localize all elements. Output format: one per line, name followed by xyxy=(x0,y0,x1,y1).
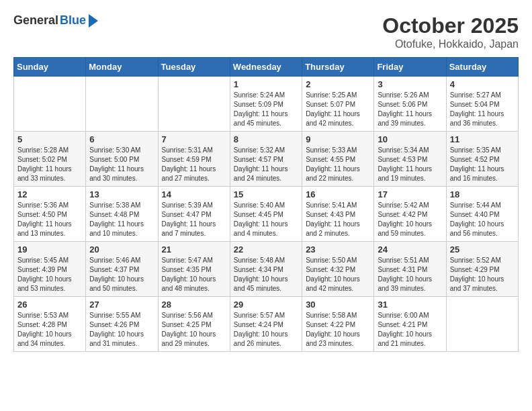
day-number: 8 xyxy=(234,134,298,144)
calendar-cell: 20Sunrise: 5:46 AM Sunset: 4:37 PM Dayli… xyxy=(86,242,158,297)
day-info: Sunrise: 6:00 AM Sunset: 4:21 PM Dayligh… xyxy=(378,311,442,349)
calendar-cell: 9Sunrise: 5:33 AM Sunset: 4:55 PM Daylig… xyxy=(302,132,374,187)
calendar-cell: 2Sunrise: 5:25 AM Sunset: 5:07 PM Daylig… xyxy=(302,77,374,132)
day-number: 29 xyxy=(234,300,298,310)
title-section: October 2025 Otofuke, Hokkaido, Japan xyxy=(382,13,519,50)
day-info: Sunrise: 5:47 AM Sunset: 4:35 PM Dayligh… xyxy=(162,256,226,293)
calendar-cell: 29Sunrise: 5:57 AM Sunset: 4:24 PM Dayli… xyxy=(230,297,302,352)
day-number: 25 xyxy=(450,244,515,255)
weekday-header-wednesday: Wednesday xyxy=(230,58,302,77)
calendar-cell: 16Sunrise: 5:41 AM Sunset: 4:43 PM Dayli… xyxy=(302,187,374,242)
day-number: 14 xyxy=(162,189,226,199)
day-number: 13 xyxy=(89,189,154,199)
calendar-cell: 6Sunrise: 5:30 AM Sunset: 5:00 PM Daylig… xyxy=(86,132,158,187)
logo-arrow-icon xyxy=(89,14,98,28)
day-info: Sunrise: 5:50 AM Sunset: 4:32 PM Dayligh… xyxy=(306,256,370,293)
day-number: 3 xyxy=(378,79,442,89)
day-number: 16 xyxy=(306,189,370,199)
day-number: 30 xyxy=(306,300,370,310)
day-number: 10 xyxy=(378,134,442,144)
day-info: Sunrise: 5:30 AM Sunset: 5:00 PM Dayligh… xyxy=(89,146,154,183)
day-number: 2 xyxy=(306,79,370,89)
day-number: 1 xyxy=(234,79,298,89)
calendar-cell: 26Sunrise: 5:53 AM Sunset: 4:28 PM Dayli… xyxy=(14,297,86,352)
day-info: Sunrise: 5:53 AM Sunset: 4:28 PM Dayligh… xyxy=(17,311,82,349)
day-number: 12 xyxy=(17,189,82,199)
day-number: 24 xyxy=(378,244,442,255)
day-info: Sunrise: 5:56 AM Sunset: 4:25 PM Dayligh… xyxy=(162,311,226,349)
day-info: Sunrise: 5:33 AM Sunset: 4:55 PM Dayligh… xyxy=(306,146,370,183)
calendar-cell xyxy=(14,77,86,132)
calendar-cell: 17Sunrise: 5:42 AM Sunset: 4:42 PM Dayli… xyxy=(374,187,446,242)
day-number: 21 xyxy=(162,244,226,255)
day-number: 19 xyxy=(17,244,82,255)
day-info: Sunrise: 5:57 AM Sunset: 4:24 PM Dayligh… xyxy=(234,311,298,349)
day-info: Sunrise: 5:32 AM Sunset: 4:57 PM Dayligh… xyxy=(234,146,298,183)
calendar-cell: 1Sunrise: 5:24 AM Sunset: 5:09 PM Daylig… xyxy=(230,77,302,132)
day-info: Sunrise: 5:34 AM Sunset: 4:53 PM Dayligh… xyxy=(378,146,442,183)
day-info: Sunrise: 5:28 AM Sunset: 5:02 PM Dayligh… xyxy=(17,146,82,183)
logo-general-text: General xyxy=(13,13,58,28)
day-number: 22 xyxy=(234,244,298,255)
day-info: Sunrise: 5:58 AM Sunset: 4:22 PM Dayligh… xyxy=(306,311,370,349)
day-info: Sunrise: 5:46 AM Sunset: 4:37 PM Dayligh… xyxy=(89,256,154,293)
weekday-header-monday: Monday xyxy=(86,58,158,77)
calendar-cell: 3Sunrise: 5:26 AM Sunset: 5:06 PM Daylig… xyxy=(374,77,446,132)
calendar-cell: 11Sunrise: 5:35 AM Sunset: 4:52 PM Dayli… xyxy=(446,132,518,187)
logo-blue-text: Blue xyxy=(60,13,86,28)
day-info: Sunrise: 5:48 AM Sunset: 4:34 PM Dayligh… xyxy=(234,256,298,293)
calendar-cell: 21Sunrise: 5:47 AM Sunset: 4:35 PM Dayli… xyxy=(158,242,230,297)
calendar-cell: 15Sunrise: 5:40 AM Sunset: 4:45 PM Dayli… xyxy=(230,187,302,242)
calendar-cell: 31Sunrise: 6:00 AM Sunset: 4:21 PM Dayli… xyxy=(374,297,446,352)
logo: General Blue xyxy=(13,13,98,28)
day-number: 17 xyxy=(378,189,442,199)
month-title: October 2025 xyxy=(382,13,519,38)
day-info: Sunrise: 5:55 AM Sunset: 4:26 PM Dayligh… xyxy=(89,311,154,349)
day-number: 20 xyxy=(89,244,154,255)
day-info: Sunrise: 5:38 AM Sunset: 4:48 PM Dayligh… xyxy=(89,201,154,238)
day-number: 27 xyxy=(89,300,154,310)
day-info: Sunrise: 5:26 AM Sunset: 5:06 PM Dayligh… xyxy=(378,91,442,128)
header: General Blue October 2025 Otofuke, Hokka… xyxy=(13,13,519,50)
day-info: Sunrise: 5:41 AM Sunset: 4:43 PM Dayligh… xyxy=(306,201,370,238)
calendar-cell: 4Sunrise: 5:27 AM Sunset: 5:04 PM Daylig… xyxy=(446,77,518,132)
calendar-cell: 18Sunrise: 5:44 AM Sunset: 4:40 PM Dayli… xyxy=(446,187,518,242)
day-info: Sunrise: 5:31 AM Sunset: 4:59 PM Dayligh… xyxy=(162,146,226,183)
calendar-cell: 24Sunrise: 5:51 AM Sunset: 4:31 PM Dayli… xyxy=(374,242,446,297)
day-info: Sunrise: 5:45 AM Sunset: 4:39 PM Dayligh… xyxy=(17,256,82,293)
day-number: 6 xyxy=(89,134,154,144)
calendar-cell: 5Sunrise: 5:28 AM Sunset: 5:02 PM Daylig… xyxy=(14,132,86,187)
weekday-header-friday: Friday xyxy=(374,58,446,77)
calendar-cell xyxy=(158,77,230,132)
calendar-cell: 10Sunrise: 5:34 AM Sunset: 4:53 PM Dayli… xyxy=(374,132,446,187)
calendar-cell xyxy=(86,77,158,132)
day-number: 5 xyxy=(17,134,82,144)
day-info: Sunrise: 5:36 AM Sunset: 4:50 PM Dayligh… xyxy=(17,201,82,238)
calendar-cell: 22Sunrise: 5:48 AM Sunset: 4:34 PM Dayli… xyxy=(230,242,302,297)
calendar-cell xyxy=(446,297,518,352)
calendar-cell: 28Sunrise: 5:56 AM Sunset: 4:25 PM Dayli… xyxy=(158,297,230,352)
day-number: 26 xyxy=(17,300,82,310)
day-number: 9 xyxy=(306,134,370,144)
weekday-header-tuesday: Tuesday xyxy=(158,58,230,77)
week-row-3: 12Sunrise: 5:36 AM Sunset: 4:50 PM Dayli… xyxy=(14,187,519,242)
day-number: 11 xyxy=(450,134,515,144)
calendar-cell: 12Sunrise: 5:36 AM Sunset: 4:50 PM Dayli… xyxy=(14,187,86,242)
weekday-header-sunday: Sunday xyxy=(14,58,86,77)
day-info: Sunrise: 5:44 AM Sunset: 4:40 PM Dayligh… xyxy=(450,201,515,238)
calendar: SundayMondayTuesdayWednesdayThursdayFrid… xyxy=(13,57,519,352)
week-row-1: 1Sunrise: 5:24 AM Sunset: 5:09 PM Daylig… xyxy=(14,77,519,132)
weekday-header-thursday: Thursday xyxy=(302,58,374,77)
calendar-cell: 7Sunrise: 5:31 AM Sunset: 4:59 PM Daylig… xyxy=(158,132,230,187)
day-info: Sunrise: 5:35 AM Sunset: 4:52 PM Dayligh… xyxy=(450,146,515,183)
day-number: 18 xyxy=(450,189,515,199)
weekday-header-row: SundayMondayTuesdayWednesdayThursdayFrid… xyxy=(14,58,519,77)
day-info: Sunrise: 5:24 AM Sunset: 5:09 PM Dayligh… xyxy=(234,91,298,128)
day-number: 15 xyxy=(234,189,298,199)
week-row-4: 19Sunrise: 5:45 AM Sunset: 4:39 PM Dayli… xyxy=(14,242,519,297)
day-number: 4 xyxy=(450,79,515,89)
calendar-cell: 13Sunrise: 5:38 AM Sunset: 4:48 PM Dayli… xyxy=(86,187,158,242)
calendar-cell: 25Sunrise: 5:52 AM Sunset: 4:29 PM Dayli… xyxy=(446,242,518,297)
calendar-cell: 23Sunrise: 5:50 AM Sunset: 4:32 PM Dayli… xyxy=(302,242,374,297)
day-info: Sunrise: 5:27 AM Sunset: 5:04 PM Dayligh… xyxy=(450,91,515,128)
